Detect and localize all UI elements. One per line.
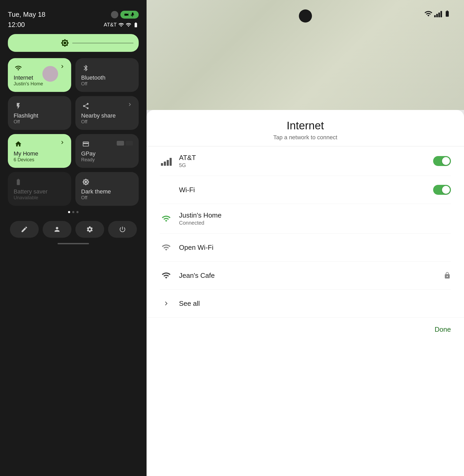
darktheme-tile-label: Dark theme xyxy=(81,188,133,195)
wifi-section-label: Wi-Fi xyxy=(179,186,433,194)
darktheme-tile-icon xyxy=(81,177,91,187)
ripple-effect xyxy=(42,66,58,82)
wifi-toggle-switch[interactable] xyxy=(433,185,451,195)
page-dots xyxy=(8,211,139,213)
see-all-row[interactable]: See all xyxy=(160,290,451,317)
camera-icon xyxy=(124,12,129,17)
map-signal-bars xyxy=(434,10,442,17)
quick-tiles-grid: Internet Justin's Home Bluetooth Off xyxy=(8,58,139,206)
internet-sheet: Internet Tap a network to connect AT&T 5… xyxy=(147,110,464,476)
internet-subtitle: Tap a network to connect xyxy=(160,134,451,141)
status-bar-top: Tue, May 18 xyxy=(8,10,139,19)
internet-header: Internet Tap a network to connect xyxy=(147,110,464,146)
tile-bluetooth[interactable]: Bluetooth Off xyxy=(75,58,139,92)
att-toggle-switch[interactable] xyxy=(433,156,451,166)
gpay-tile-icon xyxy=(81,139,91,149)
gpay-tile-label: GPay xyxy=(81,150,133,157)
power-button[interactable] xyxy=(108,221,137,238)
network-section: AT&T 5G Wi-Fi xyxy=(147,146,464,317)
open-wifi-info: Open Wi-Fi xyxy=(179,243,451,252)
justins-home-row[interactable]: Justin's Home Connected xyxy=(160,204,451,234)
justins-home-status: Connected xyxy=(179,220,451,226)
gpay-cards xyxy=(117,141,133,146)
tile-gpay[interactable]: GPay Ready xyxy=(75,134,139,168)
settings-button[interactable] xyxy=(75,221,104,238)
wifi-section-info: Wi-Fi xyxy=(179,186,433,194)
page-dot-1[interactable] xyxy=(68,211,70,213)
battery-tile-icon xyxy=(14,177,23,187)
see-all-label: See all xyxy=(179,300,200,308)
page-dot-3[interactable] xyxy=(76,211,79,213)
tile-nearbyshare[interactable]: Nearby share Off xyxy=(75,96,139,130)
status-date: Tue, May 18 xyxy=(8,10,46,19)
internet-tile-sublabel: Justin's Home xyxy=(14,81,65,87)
nearbyshare-tile-label: Nearby share xyxy=(81,112,133,119)
tile-flashlight[interactable]: Flashlight Off xyxy=(8,96,71,130)
att-network-info: AT&T 5G xyxy=(179,154,433,168)
tile-myhome[interactable]: My Home 6 Devices xyxy=(8,134,71,168)
internet-chevron-icon xyxy=(59,63,65,70)
brightness-bar[interactable] xyxy=(8,34,139,52)
status-icons xyxy=(111,11,139,19)
wifi-status-icon xyxy=(126,22,131,28)
signal-icon xyxy=(118,22,124,28)
jeans-cafe-row[interactable]: Jean's Cafe xyxy=(160,262,451,290)
nearbyshare-chevron-icon xyxy=(127,101,133,108)
flashlight-tile-icon xyxy=(14,101,23,111)
mic-icon xyxy=(130,12,135,17)
att-signal-icon xyxy=(160,154,173,168)
gear-icon xyxy=(86,226,93,233)
flashlight-tile-sublabel: Off xyxy=(14,119,65,125)
att-network-type: 5G xyxy=(179,162,433,168)
edit-button[interactable] xyxy=(10,221,39,238)
record-pill[interactable] xyxy=(120,11,139,19)
bottom-toolbar xyxy=(8,221,139,238)
justins-home-info: Justin's Home Connected xyxy=(179,211,451,226)
lock-icon xyxy=(444,272,451,279)
pencil-icon xyxy=(21,226,28,233)
wifi-tile-icon xyxy=(14,63,23,73)
open-wifi-name: Open Wi-Fi xyxy=(179,243,451,252)
status-bar-bottom: 12:00 AT&T xyxy=(8,21,139,29)
home-tile-icon xyxy=(14,139,23,149)
map-area xyxy=(147,0,464,110)
map-battery-icon xyxy=(444,10,451,17)
wifi-toggle[interactable] xyxy=(433,185,451,195)
carrier-label: AT&T xyxy=(104,22,117,28)
user-button[interactable] xyxy=(43,221,71,238)
darktheme-tile-sublabel: Off xyxy=(81,195,133,201)
jeans-cafe-wifi-icon xyxy=(160,269,173,282)
status-right-icons: AT&T xyxy=(104,22,139,28)
att-toggle[interactable] xyxy=(433,156,451,166)
tile-batterysaver[interactable]: Battery saver Unavailable xyxy=(8,172,71,206)
myhome-tile-sublabel: 6 Devices xyxy=(14,157,65,163)
batterysaver-tile-sublabel: Unavailable xyxy=(14,195,65,201)
myhome-chevron-icon xyxy=(59,139,65,146)
done-button[interactable]: Done xyxy=(435,325,451,334)
open-wifi-row[interactable]: Open Wi-Fi xyxy=(160,234,451,262)
att-network-row[interactable]: AT&T 5G xyxy=(160,146,451,176)
flashlight-tile-label: Flashlight xyxy=(14,112,65,119)
card-icon-2 xyxy=(126,141,133,146)
att-network-name: AT&T xyxy=(179,154,433,162)
tile-darktheme[interactable]: Dark theme Off xyxy=(75,172,139,206)
tile-internet[interactable]: Internet Justin's Home xyxy=(8,58,71,92)
justins-home-wifi-icon xyxy=(160,212,173,225)
page-dot-2[interactable] xyxy=(72,211,74,213)
jeans-cafe-name: Jean's Cafe xyxy=(179,272,444,280)
brightness-slider[interactable] xyxy=(72,43,133,43)
open-wifi-icon xyxy=(160,241,173,254)
power-icon xyxy=(119,226,126,233)
see-all-chevron-icon xyxy=(160,297,173,310)
wifi-row[interactable]: Wi-Fi xyxy=(160,176,451,204)
bluetooth-tile-label: Bluetooth xyxy=(81,74,133,81)
svg-rect-0 xyxy=(125,14,127,16)
wifi-toggle-thumb xyxy=(442,186,450,194)
front-camera-dot xyxy=(299,9,312,23)
bluetooth-tile-sublabel: Off xyxy=(81,81,133,87)
att-toggle-thumb xyxy=(442,157,450,165)
batterysaver-tile-label: Battery saver xyxy=(14,188,65,195)
map-signal-icons xyxy=(424,9,451,18)
home-indicator[interactable] xyxy=(58,243,89,244)
jeans-cafe-info: Jean's Cafe xyxy=(179,272,444,280)
